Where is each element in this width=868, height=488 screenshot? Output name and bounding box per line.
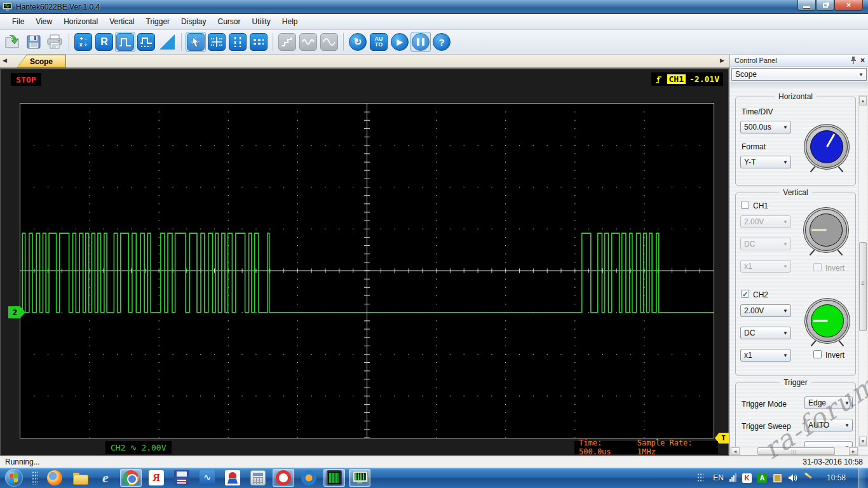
digital-waveform-button[interactable] [137, 33, 155, 51]
ch2-coupling-select[interactable]: DC▼ [740, 327, 791, 339]
vertical-scroll-thumb[interactable] [859, 242, 867, 331]
vertical-cursor-button[interactable] [229, 33, 247, 51]
tray-grip [697, 473, 703, 483]
play-icon: ▶ [397, 37, 402, 46]
network-signal-icon[interactable] [729, 474, 736, 482]
menu-view[interactable]: View [30, 15, 58, 28]
ch1-invert-label: Invert [825, 264, 844, 273]
close-button[interactable]: × [834, 0, 863, 11]
robot-icon [225, 470, 240, 485]
trigger-mode-select[interactable]: Edge▼ [804, 396, 853, 409]
measure-button[interactable] [208, 33, 226, 51]
panel-mode-select[interactable]: Scope ▼ [731, 68, 867, 81]
taskbar-monitor-app[interactable] [323, 469, 345, 487]
trigger-sweep-label: Trigger Sweep [742, 422, 791, 431]
ch2-invert-checkbox[interactable] [813, 350, 822, 358]
taskbar-hantek-app[interactable] [349, 469, 370, 487]
pause-icon [417, 38, 419, 46]
reference-button[interactable]: R [95, 33, 113, 51]
scroll-left-icon[interactable]: ◄ [731, 447, 740, 455]
tab-scroll-left-icon[interactable]: ◀ [3, 57, 7, 64]
language-indicator[interactable]: EN [713, 473, 724, 482]
scroll-down-icon[interactable]: ▼ [859, 437, 867, 446]
horizontal-cursors-icon [252, 36, 265, 48]
restore-button[interactable] [816, 0, 834, 11]
trigger-sweep-select[interactable]: AUTO▼ [804, 419, 853, 431]
horizontal-scrollbar[interactable]: ◄ ► [730, 447, 858, 456]
persist-display-button[interactable] [159, 34, 175, 50]
scroll-right-icon[interactable]: ► [849, 447, 858, 455]
horizontal-cursor-button[interactable] [250, 33, 268, 51]
ch2-probe-select[interactable]: x1▼ [740, 349, 791, 362]
vertical-cursors-icon [231, 36, 244, 48]
timebase-knob[interactable] [806, 126, 848, 168]
taskbar-ie[interactable]: e [95, 469, 116, 487]
speaker-icon[interactable] [788, 473, 797, 482]
taskbar-chrome[interactable] [120, 469, 142, 487]
ch1-invert-checkbox [813, 263, 822, 271]
math-button[interactable]: + -x ÷ [74, 33, 92, 51]
start-button[interactable]: ▶ [391, 33, 409, 51]
help-button[interactable]: ? [433, 33, 451, 51]
vertical-group-title: Vertical [779, 188, 811, 197]
refresh-button[interactable]: ↻ [349, 33, 367, 51]
menu-trigger[interactable]: Trigger [140, 15, 176, 28]
menu-file[interactable]: File [6, 15, 30, 28]
scroll-up-icon[interactable]: ▲ [859, 96, 867, 105]
minimize-button[interactable] [797, 0, 816, 11]
timediv-label: Time/DIV [742, 107, 773, 116]
save-button[interactable] [25, 33, 43, 51]
tray-clock[interactable]: 10:58 [827, 473, 846, 482]
taskbar-firefox[interactable] [44, 469, 65, 487]
timediv-select[interactable]: 500.0us▼ [740, 121, 791, 133]
waveform-mode-button[interactable] [116, 33, 134, 51]
pause-button[interactable] [412, 33, 430, 51]
tab-scroll-right-icon[interactable]: ▶ [720, 57, 724, 64]
print-button[interactable] [46, 33, 64, 51]
menu-vertical[interactable]: Vertical [104, 15, 140, 28]
chevron-down-icon: ▼ [783, 264, 788, 269]
ch2-checkbox[interactable]: ✓ [741, 290, 749, 298]
panel-mode-value: Scope [735, 70, 757, 79]
chrome-icon [123, 470, 139, 485]
format-select[interactable]: Y-T▼ [740, 156, 791, 168]
menu-horizontal[interactable]: Horizontal [58, 15, 104, 28]
control-panel-close-icon[interactable]: × [860, 57, 865, 64]
kaspersky-icon[interactable]: K [742, 473, 752, 483]
ch1-volt-select: 2.00V▼ [740, 215, 791, 228]
vertical-scrollbar[interactable]: ▲ ▼ [858, 95, 867, 447]
taskbar-wave-app[interactable]: ∿ [196, 469, 218, 487]
menu-display[interactable]: Display [175, 15, 212, 28]
taskbar-explorer[interactable] [69, 469, 91, 487]
ch2-checkbox-label: CH2 [753, 290, 768, 299]
taskbar-yandex[interactable]: Я [146, 469, 167, 487]
taskbar-calculator[interactable] [247, 469, 269, 487]
menu-help[interactable]: Help [276, 15, 304, 28]
scope-display[interactable] [20, 103, 714, 438]
toolbar-separator [273, 33, 273, 51]
menu-cursor[interactable]: Cursor [212, 15, 246, 28]
pulse-icon [119, 36, 132, 48]
tab-scope-label: Scope [30, 57, 53, 66]
open-button[interactable] [4, 33, 22, 51]
pin-icon[interactable] [849, 56, 858, 65]
start-button[interactable] [5, 469, 23, 487]
taskbar-robot-app[interactable] [222, 469, 243, 487]
cursor-button[interactable] [187, 33, 205, 51]
tab-scope[interactable]: Scope [17, 55, 66, 68]
autoset-button[interactable]: AUTO [370, 33, 388, 51]
ch2-volt-select[interactable]: 2.00V▼ [740, 304, 791, 317]
taskbar-shield-app[interactable] [298, 469, 320, 487]
taskbar-disk-app[interactable] [171, 469, 193, 487]
horizontal-scroll-thumb[interactable] [757, 447, 835, 455]
taskbar-opera[interactable] [273, 469, 294, 487]
menu-utility[interactable]: Utility [246, 15, 276, 28]
acquisition-status: STOP [11, 73, 41, 86]
window-controls: × [797, 0, 863, 11]
magic-wand-icon[interactable] [803, 473, 812, 482]
show-desktop-button[interactable] [858, 468, 865, 488]
antivirus-icon[interactable]: A [757, 473, 767, 483]
ch1-checkbox[interactable] [741, 201, 749, 209]
ch2-position-knob[interactable] [806, 300, 848, 342]
tray-display-icon[interactable] [773, 473, 782, 483]
